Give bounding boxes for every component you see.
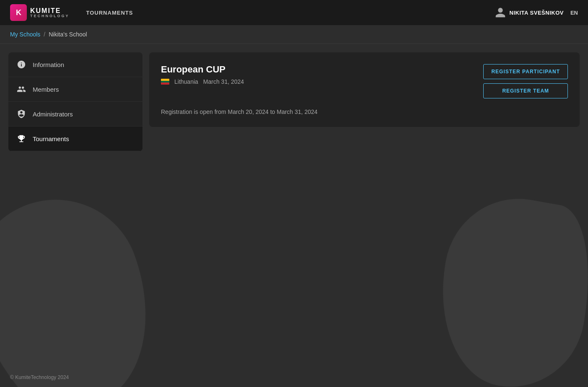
trophy-icon <box>17 134 26 143</box>
content-area: European CUP Lithuania March 31, 2024 RE… <box>149 52 580 151</box>
breadcrumb-separator: / <box>44 31 45 38</box>
sidebar-tournaments-label: Tournaments <box>33 135 69 142</box>
sidebar-item-information[interactable]: Information <box>8 52 142 77</box>
admin-icon <box>17 109 26 119</box>
main-header: K KUMITE TECHNOLOGY TOURNAMENTS NIKITA S… <box>0 0 588 25</box>
tournament-country: Lithuania <box>174 78 198 85</box>
header-right: NIKITA SVEŠNIKOV EN <box>495 7 578 18</box>
user-name-label: NIKITA SVEŠNIKOV <box>510 10 564 16</box>
register-participant-button[interactable]: REGISTER PARTICIPANT <box>483 64 568 79</box>
sidebar-item-administrators[interactable]: Administrators <box>8 102 142 126</box>
tournament-registration-info: Registration is open from March 20, 2024… <box>161 108 568 115</box>
tournament-date: March 31, 2024 <box>203 78 244 85</box>
breadcrumb-my-schools[interactable]: My Schools <box>10 31 40 38</box>
members-icon <box>17 85 26 94</box>
sidebar-administrators-label: Administrators <box>33 111 73 118</box>
user-info[interactable]: NIKITA SVEŠNIKOV <box>495 7 564 18</box>
breadcrumb: My Schools / Nikita's School <box>0 25 588 44</box>
sidebar-item-tournaments[interactable]: Tournaments <box>8 126 142 151</box>
lithuania-flag-icon <box>161 79 169 85</box>
sidebar: Information Members Administrators <box>8 52 142 151</box>
tournament-info: European CUP Lithuania March 31, 2024 <box>161 64 244 85</box>
header-left: K KUMITE TECHNOLOGY TOURNAMENTS <box>10 4 133 21</box>
logo-icon: K <box>10 4 27 21</box>
language-selector[interactable]: EN <box>570 10 578 16</box>
tournament-header: European CUP Lithuania March 31, 2024 RE… <box>161 64 568 98</box>
sidebar-information-label: Information <box>33 61 64 68</box>
tournament-actions: REGISTER PARTICIPANT REGISTER TEAM <box>483 64 568 98</box>
tournament-meta: Lithuania March 31, 2024 <box>161 78 244 85</box>
main-content: Information Members Administrators <box>0 44 588 160</box>
logo-brand-top: KUMITE <box>30 8 70 14</box>
logo-brand-bottom: TECHNOLOGY <box>30 14 70 18</box>
register-team-button[interactable]: REGISTER TEAM <box>483 83 568 98</box>
tournament-card: European CUP Lithuania March 31, 2024 RE… <box>149 52 580 127</box>
sidebar-item-members[interactable]: Members <box>8 77 142 102</box>
info-icon <box>17 60 26 69</box>
nav-tournaments-link[interactable]: TOURNAMENTS <box>86 10 133 16</box>
logo-text: KUMITE TECHNOLOGY <box>30 8 70 18</box>
tournament-title: European CUP <box>161 64 244 75</box>
user-avatar-icon <box>495 7 506 18</box>
footer: © KumiteTechnology 2024 <box>0 368 588 387</box>
breadcrumb-current-school: Nikita's School <box>49 31 87 38</box>
footer-copyright: © KumiteTechnology 2024 <box>10 374 69 380</box>
logo[interactable]: K KUMITE TECHNOLOGY <box>10 4 70 21</box>
sidebar-members-label: Members <box>33 86 59 93</box>
